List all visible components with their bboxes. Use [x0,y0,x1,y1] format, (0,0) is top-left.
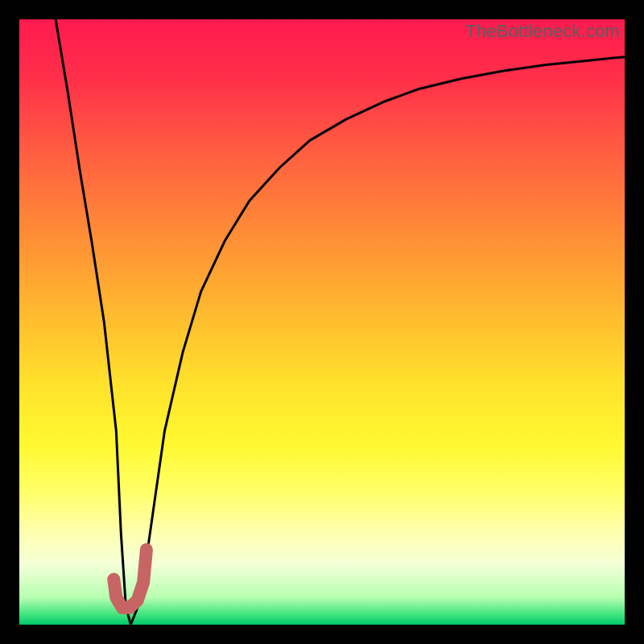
chart-plot-area: TheBottleneck.com [19,19,625,625]
outer-frame: TheBottleneck.com [0,0,644,644]
watermark-text: TheBottleneck.com [465,21,620,42]
gradient-bg [19,19,625,625]
chart-svg [19,19,625,625]
